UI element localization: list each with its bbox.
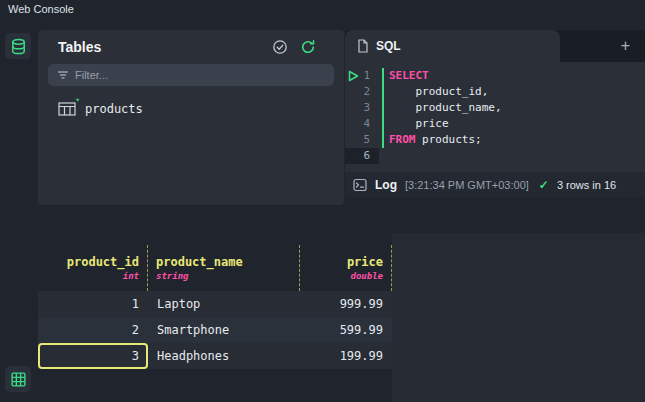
cell-product_name[interactable]: Laptop — [148, 291, 300, 317]
table-row: 2Smartphone599.99 — [38, 317, 392, 343]
table-item-label: products — [85, 102, 143, 116]
column-type: string — [156, 271, 291, 281]
sql-editor[interactable]: 1SELECT2 product_id,3 product_name,4 pri… — [345, 62, 645, 172]
line-number: 3 — [345, 100, 379, 116]
column-header-price[interactable]: pricedouble — [300, 245, 392, 291]
table-row: 1Laptop999.99 — [38, 291, 392, 317]
log-bar: Log [3:21:34 PM GMT+03:00] ✓ 3 rows in 1… — [345, 172, 645, 197]
table-item-products[interactable]: ✦ products — [38, 94, 344, 124]
sidebar-database-button[interactable] — [5, 33, 31, 59]
column-type: int — [123, 271, 139, 281]
code-line-2[interactable]: 2 product_id, — [345, 84, 645, 100]
table-grid-icon — [10, 371, 27, 388]
tables-title: Tables — [58, 39, 260, 55]
results-empty-area — [392, 233, 645, 402]
code-text: SELECT — [379, 68, 429, 84]
code-text: product_id, — [379, 84, 488, 100]
line-number: 5 — [345, 132, 379, 148]
cell-price[interactable]: 999.99 — [300, 291, 392, 317]
log-timestamp: [3:21:34 PM GMT+03:00] — [405, 179, 529, 191]
app-title: Web Console — [8, 3, 74, 15]
document-icon — [357, 39, 369, 53]
filter-icon — [57, 69, 69, 81]
cell-product_name[interactable]: Smartphone — [148, 317, 300, 343]
column-name: price — [347, 255, 383, 269]
results-grid: product_idintproduct_namestringpricedoub… — [38, 245, 392, 369]
code-line-4[interactable]: 4 price — [345, 116, 645, 132]
table-row: 3Headphones199.99 — [38, 343, 392, 369]
add-tab-button[interactable]: + — [616, 30, 635, 62]
grid-body: 1Laptop999.992Smartphone599.993Headphone… — [38, 291, 392, 369]
code-text: price — [379, 116, 449, 132]
tab-sql-label: SQL — [376, 39, 401, 53]
change-indicator-bar — [382, 68, 384, 148]
success-check-icon: ✓ — [539, 178, 549, 192]
web-console-app: Web Console Tables — [0, 0, 645, 402]
run-query-button[interactable] — [348, 70, 359, 82]
sidebar-results-grid-button[interactable] — [5, 366, 31, 392]
cell-price[interactable]: 599.99 — [300, 317, 392, 343]
code-line-1[interactable]: 1SELECT — [345, 68, 645, 84]
log-status: 3 rows in 16 — [557, 179, 616, 191]
code-line-3[interactable]: 3 product_name, — [345, 100, 645, 116]
cell-price[interactable]: 199.99 — [300, 343, 392, 369]
filter-input[interactable] — [75, 69, 325, 81]
code-lines: 1SELECT2 product_id,3 product_name,4 pri… — [345, 68, 645, 164]
check-circle-icon[interactable] — [272, 39, 288, 55]
terminal-icon — [353, 178, 367, 192]
database-icon — [10, 38, 27, 55]
column-header-product_id[interactable]: product_idint — [38, 245, 148, 291]
filter-box[interactable] — [48, 64, 334, 86]
code-text: product_name, — [379, 100, 502, 116]
code-text — [379, 148, 389, 164]
column-header-product_name[interactable]: product_namestring — [148, 245, 300, 291]
tables-panel: Tables — [38, 30, 344, 205]
table-icon: ✦ — [58, 102, 76, 116]
refresh-icon[interactable] — [300, 39, 316, 55]
column-name: product_id — [67, 255, 139, 269]
code-line-6[interactable]: 6 — [345, 148, 645, 164]
column-type: double — [350, 271, 383, 281]
tab-sql[interactable]: SQL — [345, 30, 560, 62]
grid-header: product_idintproduct_namestringpricedoub… — [38, 245, 392, 291]
cell-product_id[interactable]: 2 — [38, 317, 148, 343]
column-name: product_name — [156, 255, 291, 269]
tab-bar: SQL + — [345, 30, 645, 62]
new-table-sparkle-icon: ✦ — [75, 95, 80, 104]
cell-product_id[interactable]: 1 — [38, 291, 148, 317]
line-number: 4 — [345, 116, 379, 132]
sql-panel: SQL + 1SELECT2 product_id,3 product_name… — [345, 30, 645, 197]
code-text: FROM products; — [379, 132, 482, 148]
line-number: 6 — [345, 148, 379, 164]
tables-header: Tables — [38, 30, 344, 62]
line-number: 2 — [345, 84, 379, 100]
cell-product_id[interactable]: 3 — [38, 343, 148, 369]
log-label[interactable]: Log — [375, 178, 397, 192]
code-line-5[interactable]: 5FROM products; — [345, 132, 645, 148]
cell-product_name[interactable]: Headphones — [148, 343, 300, 369]
